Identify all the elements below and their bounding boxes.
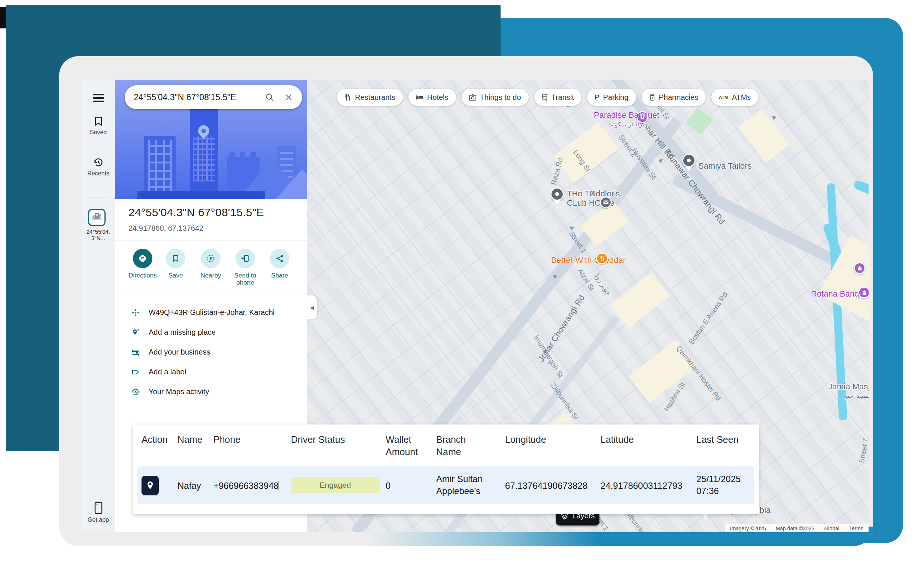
recent-place-label[interactable]: 24°55'04. 3"N...: [81, 228, 115, 241]
poi-label-jamia-masjid[interactable]: Jamia Masjid Akhtar جامع مسجد اختر: [828, 382, 868, 400]
send-to-phone-button[interactable]: Send to phone: [228, 249, 263, 286]
filter-chip-transit[interactable]: Transit: [534, 88, 581, 106]
banquet-poi-icon[interactable]: [858, 286, 868, 298]
sidebar-item-recents[interactable]: Recents: [81, 157, 115, 177]
phone-icon: [94, 501, 103, 514]
rail-divider: [87, 197, 110, 198]
place-title: 24°55'04.3"N 67°08'15.5"E: [128, 206, 264, 219]
chip-label: Pharmacies: [659, 93, 698, 102]
text-cursor: [278, 482, 279, 490]
filter-chip-atms[interactable]: ATM ATMs: [711, 88, 758, 106]
storefront-icon: [131, 348, 140, 357]
nearby-button[interactable]: Nearby: [193, 249, 229, 279]
land-patch: [610, 272, 670, 328]
chip-label: Restaurants: [355, 93, 395, 102]
left-rail: Saved Recents 24°55'04. 3"N... Get app: [81, 80, 115, 532]
land-patch: [629, 340, 696, 403]
locate-driver-button[interactable]: [141, 476, 159, 495]
sidebar-item-saved[interactable]: Saved: [81, 116, 115, 136]
plus-code-item[interactable]: W49Q+43R Gulistan-e-Johar, Karachi: [115, 303, 307, 322]
menu-icon[interactable]: [93, 94, 104, 102]
chip-label: Parking: [603, 93, 629, 102]
transit-icon: [542, 94, 548, 101]
road-arrow: [658, 157, 664, 163]
pharmacies-icon: [649, 94, 655, 100]
driver-table: Action Name Phone Driver Status Wallet A…: [133, 424, 759, 514]
add-missing-place-item[interactable]: Add a missing place: [115, 322, 307, 342]
attribution-global[interactable]: Global: [824, 525, 839, 531]
activity-history-icon: [131, 387, 140, 396]
restaurant-poi-icon[interactable]: [596, 252, 608, 264]
street-label: Afzal St: [576, 267, 596, 292]
place-coordinates: 24.917860, 67.137642: [128, 224, 203, 232]
add-business-item[interactable]: Add your business: [115, 342, 307, 362]
search-bar: [125, 85, 302, 109]
attribution-imagery: Imagery ©2025: [730, 525, 766, 531]
park-area: [686, 108, 713, 135]
plus-code-icon: [131, 308, 140, 317]
bookmark-icon: [93, 116, 104, 127]
street-label: Raza Rd: [549, 157, 564, 186]
col-header-driver-status: Driver Status: [291, 434, 345, 446]
things-to-do-icon: [469, 94, 476, 100]
collapse-panel-button[interactable]: ◂: [307, 296, 317, 320]
save-button[interactable]: Save: [158, 249, 193, 279]
cell-longitude: 67.13764190673828: [505, 480, 587, 492]
land-patch: [819, 235, 868, 321]
filter-chip-parking[interactable]: P Parking: [587, 88, 636, 106]
divider: [115, 240, 307, 241]
parking-icon: P: [594, 93, 599, 101]
attribution-terms[interactable]: Terms: [849, 525, 863, 531]
directions-button[interactable]: Directions: [125, 249, 160, 279]
poi-label-better-with-cheddar[interactable]: Better With Cheddar: [551, 255, 626, 265]
get-app-button[interactable]: Get app: [81, 501, 115, 523]
cell-branch: Amir Sultan Applebee's: [436, 473, 483, 497]
maps-activity-item[interactable]: Your Maps activity: [115, 382, 307, 402]
recent-place-thumbnail[interactable]: [88, 209, 105, 226]
attribution-mapdata: Map data ©2025: [776, 525, 815, 531]
samiya-tailors-pin[interactable]: [682, 154, 695, 167]
building-thumbnail-icon: [91, 212, 102, 221]
hotels-icon: [416, 94, 423, 100]
share-icon: [275, 254, 284, 263]
poi-label-samiya-tailors[interactable]: Samiya Tailors: [698, 161, 752, 171]
col-header-longitude: Longitude: [505, 434, 546, 446]
add-label-item[interactable]: Add a label: [115, 362, 307, 382]
pin-icon: [146, 481, 154, 490]
mail-poi-icon[interactable]: [600, 196, 612, 208]
category-filter-bar: Restaurants Hotels Things to do Transit …: [337, 88, 758, 106]
history-icon: [93, 157, 104, 168]
land-patch: [553, 122, 619, 183]
cell-phone[interactable]: +966966383948: [214, 480, 279, 492]
cell-last-seen: 25/11/2025 07:36: [696, 473, 740, 497]
share-button[interactable]: Share: [262, 249, 297, 279]
chip-label: Transit: [551, 93, 574, 102]
poi-label-toddlers-club[interactable]: THe TOddler's CLub HOuse: [567, 189, 620, 208]
filter-chip-things-to-do[interactable]: Things to do: [462, 88, 529, 106]
col-header-wallet-amount: Wallet Amount: [385, 434, 423, 458]
land-patch: [738, 109, 790, 163]
search-icon[interactable]: [265, 92, 274, 102]
poi-label-paradise-banquet[interactable]: Paradise Banquet پیراڈائز بینکوئٹ: [594, 110, 659, 129]
chip-label: ATMs: [732, 93, 751, 102]
status-badge: Engaged: [291, 477, 380, 494]
save-bookmark-icon: [171, 254, 180, 263]
directions-icon: [138, 254, 147, 263]
filter-chip-restaurants[interactable]: Restaurants: [337, 88, 403, 106]
search-input[interactable]: [134, 92, 265, 102]
atms-icon: ATM: [719, 95, 728, 99]
toddlers-club-pin[interactable]: [550, 188, 564, 201]
sidebar-item-label: Saved: [90, 129, 107, 135]
col-header-name: Name: [178, 434, 203, 446]
cell-wallet: 0: [385, 480, 390, 492]
filter-chip-hotels[interactable]: Hotels: [408, 88, 456, 106]
restaurants-icon: [345, 93, 351, 101]
close-icon[interactable]: [284, 93, 293, 102]
cell-latitude: 24.91786003112793: [600, 480, 682, 492]
road-arrow: [771, 114, 777, 120]
col-header-phone: Phone: [214, 434, 240, 446]
divider: [115, 294, 307, 294]
col-header-latitude: Latitude: [600, 434, 634, 446]
filter-chip-pharmacies[interactable]: Pharmacies: [642, 88, 706, 106]
banquet-poi-icon[interactable]: [853, 262, 865, 274]
